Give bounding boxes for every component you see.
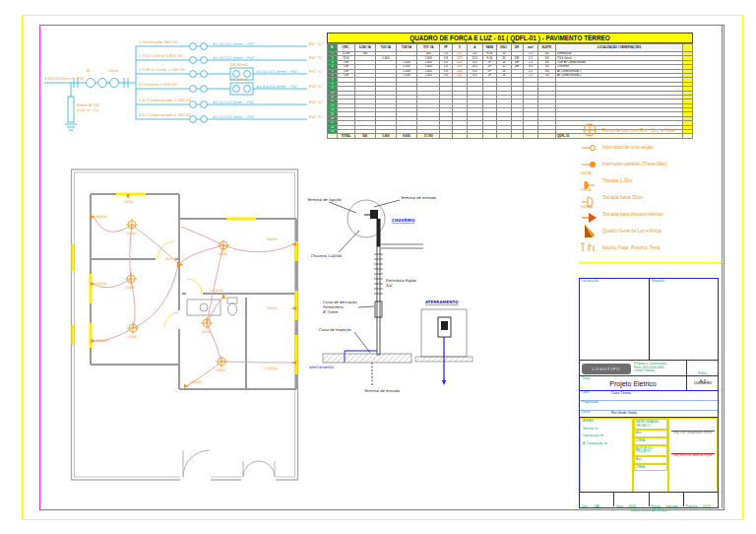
entry-cable-label: #10(10)10mm² - PVC bbox=[44, 76, 85, 81]
label-terminal-entrada: Terminal de entrada bbox=[400, 196, 436, 200]
legend-item: Interruptor de uma seção bbox=[581, 139, 728, 156]
terreno-value: m² bbox=[596, 427, 599, 431]
legend-separator bbox=[579, 262, 723, 263]
light-point-icon bbox=[581, 122, 602, 139]
label-caixa-derivacao: Caixa de derivação bbox=[323, 300, 357, 304]
circuit-conduit: PVC ¾" bbox=[309, 55, 323, 60]
drawing-title: Projeto Elétrico bbox=[580, 380, 686, 387]
bottom-strip: Des.: CAD Data: 00/00 Escala: Indicada P… bbox=[580, 492, 718, 506]
label-eletroduto-2: 3/4" bbox=[386, 284, 394, 288]
legend-item: 300VA Tomada baixa 30cm bbox=[581, 189, 728, 206]
outlet-mid-icon: 600VA bbox=[581, 172, 602, 189]
circuit-cable: #2,5(2,5)2,5mm² - PVC bbox=[256, 70, 298, 74]
label-eletroduto: Eletroduto Rígido bbox=[386, 279, 416, 283]
label-aterramento: aterramento bbox=[309, 365, 335, 369]
qdfl-load-table: QUADRO DE FORÇA E LUZ - 01 ( QDFL-01 ) -… bbox=[327, 33, 693, 123]
label-chuveiro: Chuveiro 5.400W bbox=[311, 254, 342, 258]
shower-outlet-icon: 5400VA bbox=[581, 206, 602, 223]
svg-text:5.400VA: 5.400VA bbox=[210, 289, 224, 293]
circuit-conduit: PVC ¾" bbox=[309, 41, 323, 46]
dr-label-2: DR 30mA bbox=[230, 77, 248, 82]
title-label: Título: bbox=[582, 377, 591, 381]
label-terminal-ligacao: Terminal de ligação bbox=[306, 198, 342, 202]
legend-item: Ponto de Luz com Pot., Circ. e Nível bbox=[581, 122, 728, 139]
project-info: Obra:Casa Térrea Proprietário: Local:Rio… bbox=[580, 390, 718, 417]
circuit-conduit: PVC ¾" bbox=[309, 69, 323, 74]
svg-text:100W: 100W bbox=[125, 286, 135, 290]
sheet-fold-line bbox=[722, 25, 723, 508]
signature-caption-1: Eng. Civil - Responsável Técnico bbox=[669, 433, 717, 435]
circuit-name: 2 TUG's Geral 1.600 VA bbox=[139, 53, 183, 58]
single-line-diagram: #10(10)10mm² - PVC M Geral Haste Ø 5/8" … bbox=[43, 30, 331, 133]
aconstr-value: m² bbox=[604, 441, 608, 445]
gate-opening bbox=[241, 472, 276, 482]
circuit-name: 4 Chuveiro 5.400 VA bbox=[139, 82, 177, 87]
ground-rod-label-2: 2,40 m - Cu bbox=[77, 107, 99, 112]
prop-label: Proprietário: bbox=[580, 401, 611, 410]
company-logo: LOGOTIPO bbox=[582, 364, 631, 374]
terreno-label: Terreno: bbox=[583, 427, 595, 431]
ass-label-2: Ass.: bbox=[634, 456, 667, 464]
panel-icon bbox=[581, 223, 602, 239]
three-way-switch-icon bbox=[581, 156, 602, 172]
switch-icon bbox=[581, 139, 602, 156]
floor-slab bbox=[323, 354, 411, 363]
crea-label-2: CREA: bbox=[634, 464, 667, 472]
situation-label: Situação: bbox=[652, 280, 664, 284]
meter-label: M bbox=[87, 68, 90, 73]
svg-text:100VA: 100VA bbox=[123, 200, 135, 204]
shower-detail: Terminal de ligação Terminal de entrada … bbox=[305, 193, 487, 405]
label-caixa-derivacao-3: Ø 75mm bbox=[323, 310, 339, 314]
sheet-info: Folha: A1 00/00-R0 bbox=[686, 361, 718, 390]
svg-text:100W: 100W bbox=[126, 232, 136, 235]
location-label: Localização: bbox=[582, 280, 599, 284]
svg-text:600VA: 600VA bbox=[267, 237, 279, 241]
circuit-name: 5 Ar Condicionado 1.400 VA bbox=[139, 98, 191, 102]
circuit-cable: #2,5(2,5)2,5mm² - PVC bbox=[213, 100, 255, 104]
aut-label: AUTOR DO PROJETO bbox=[634, 445, 667, 456]
signature-caption-2: Eng. Eletricista - Autor do Projeto bbox=[669, 455, 717, 458]
qdfl-table-title: QUADRO DE FORÇA E LUZ - 01 ( QDFL-01 ) -… bbox=[327, 33, 693, 43]
aconstr-label: A. Construção: bbox=[583, 441, 603, 445]
svg-text:600VA: 600VA bbox=[191, 380, 203, 384]
title-block: Localização: Situação: LOGOTIPO Projetos… bbox=[579, 278, 719, 508]
company-info: Projetos e Construções Fone: (00) 0000-0… bbox=[634, 363, 685, 373]
main-breaker-label: Geral bbox=[108, 68, 118, 73]
svg-text:100W: 100W bbox=[201, 330, 211, 334]
circuit-name: 1 Iluminação 560 VA bbox=[139, 39, 177, 44]
ground-box-detail bbox=[415, 309, 472, 385]
drawing-title-row: Título: Projeto Elétrico bbox=[580, 375, 686, 390]
label-caixa-derivacao-2: Poliestireno bbox=[323, 305, 344, 309]
circuit-cable: #4,0(4,0)4,0mm² - PVC bbox=[256, 85, 298, 89]
detail-1-title: CHUVEIRO bbox=[392, 218, 415, 223]
gate-opening bbox=[180, 472, 211, 482]
outlet-low-icon: 300VA bbox=[581, 189, 602, 206]
circuit-conduit: PVC ¾" bbox=[309, 100, 323, 104]
legend-item: Interruptor paralelo (Three-Way) bbox=[581, 156, 728, 172]
svg-text:600VA: 600VA bbox=[96, 215, 108, 219]
circuit-conduit: PVC ¾" bbox=[309, 84, 323, 89]
ass-label: Ass.: bbox=[634, 430, 667, 437]
circuit-conduit: PVC ¾" bbox=[309, 114, 323, 119]
light-labels: 100W 100W 100W 100W 100W 100W bbox=[125, 232, 227, 372]
panel-label: QDFL-01 bbox=[165, 257, 178, 261]
file-name: projeto-eletrico-qdfl-01.dwg bbox=[584, 508, 714, 512]
detail-2-title: ATERRAMENTO bbox=[425, 300, 459, 304]
circuit-cable: #1,5(1,5)1,5mm² - PVC bbox=[213, 42, 255, 46]
svg-text:100W: 100W bbox=[216, 368, 225, 372]
drawing-sheet: #10(10)10mm² - PVC M Geral Haste Ø 5/8" … bbox=[0, 0, 756, 534]
svg-text:100W: 100W bbox=[127, 335, 137, 339]
company-line: e-mail: contato bbox=[634, 369, 685, 373]
dr-label-1: DR 30mA bbox=[230, 62, 248, 67]
circuit-cable: #2,5(2,5)2,5mm² - PVC bbox=[213, 56, 255, 60]
svg-text:600VA: 600VA bbox=[96, 339, 108, 343]
circuit-cable: #2,5(2,5)2,5mm² - PVC bbox=[213, 115, 255, 119]
svg-text:300VA: 300VA bbox=[96, 282, 108, 286]
obra-value: Casa Térrea bbox=[611, 391, 631, 400]
revision: 00/00-R0 bbox=[687, 375, 719, 390]
outlet-labels: 600VA 300VA 600VA 100VA 600VA 300VA 1.30… bbox=[96, 200, 279, 384]
symbol-legend: Ponto de Luz com Pot., Circ. e Nível Int… bbox=[581, 122, 728, 260]
constr-label: Construção: bbox=[583, 434, 599, 437]
svg-text:100W: 100W bbox=[218, 252, 227, 256]
location-boxes: Localização: Situação: bbox=[580, 279, 718, 361]
